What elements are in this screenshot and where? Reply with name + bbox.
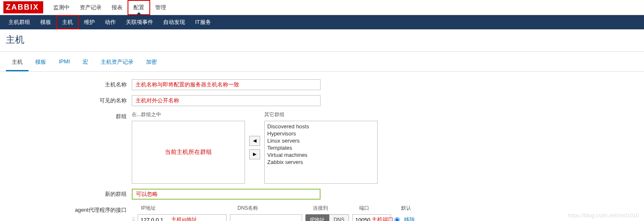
label-visible-name: 可见的名称 bbox=[6, 95, 132, 104]
nav-configuration[interactable]: 配置 bbox=[128, 0, 150, 15]
col-conn: 连接到 bbox=[311, 205, 357, 212]
nav-inventory[interactable]: 资产记录 bbox=[75, 0, 107, 15]
iface-header: IP地址 DNS名称 连接到 端口 默认 bbox=[132, 205, 638, 212]
top-nav: 监测中 资产记录 报表 配置 管理 bbox=[48, 0, 171, 15]
move-right-button[interactable]: ▶ bbox=[249, 149, 260, 159]
sub-nav: 主机群组 模板 主机 维护 动作 关联项事件 自动发现 IT服务 bbox=[0, 15, 644, 29]
nav-administration[interactable]: 管理 bbox=[150, 0, 171, 15]
row-new-group: 新的群组 bbox=[6, 189, 638, 200]
input-new-group[interactable] bbox=[132, 189, 321, 200]
logo: ZABBIX bbox=[3, 1, 43, 13]
list-item[interactable]: Zabbix servers bbox=[266, 159, 375, 166]
col-ip: IP地址 bbox=[139, 205, 236, 212]
tab-encryption[interactable]: 加密 bbox=[140, 56, 163, 71]
input-dns[interactable] bbox=[230, 214, 302, 221]
list-item[interactable]: Virtual machines bbox=[266, 151, 375, 159]
list-item[interactable]: Discovered hosts bbox=[266, 123, 375, 130]
subnav-it-services[interactable]: IT服务 bbox=[190, 15, 216, 29]
label-in-groups: 在...群组之中 bbox=[132, 111, 245, 118]
connect-to-toggle: IP地址 DNS bbox=[305, 214, 349, 221]
input-port[interactable] bbox=[352, 214, 391, 221]
tab-templates[interactable]: 模板 bbox=[29, 56, 52, 71]
list-item[interactable]: Templates bbox=[266, 144, 375, 151]
tabs-bar: 主机 模板 IPMI 宏 主机资产记录 加密 bbox=[0, 51, 644, 72]
move-left-button[interactable]: ◀ bbox=[249, 136, 260, 146]
remove-link[interactable]: 移除 bbox=[404, 216, 415, 221]
in-groups-placeholder: 当前主机所在群组 bbox=[134, 123, 243, 182]
nav-monitoring[interactable]: 监测中 bbox=[48, 0, 75, 15]
input-ip[interactable] bbox=[138, 214, 227, 221]
list-item[interactable]: Linux servers bbox=[266, 137, 375, 144]
listbox-in-groups[interactable]: 当前主机所在群组 bbox=[132, 121, 245, 184]
iface-row: ⠿ 主机ip地址 IP地址 DNS 主机端口 移除 bbox=[132, 214, 638, 221]
tab-macros[interactable]: 宏 bbox=[77, 56, 94, 71]
page-title: 主机 bbox=[6, 34, 638, 46]
nav-reports[interactable]: 报表 bbox=[107, 0, 128, 15]
toggle-dns-button[interactable]: DNS bbox=[329, 214, 349, 221]
tab-ipmi[interactable]: IPMI bbox=[53, 56, 76, 71]
list-item[interactable]: Hypervisors bbox=[266, 130, 375, 137]
row-agent-interface: agent代理程序的接口 IP地址 DNS名称 连接到 端口 默认 ⠿ 主机ip… bbox=[6, 205, 638, 221]
row-host-name: 主机名称 bbox=[6, 79, 638, 90]
tab-inventory[interactable]: 主机资产记录 bbox=[95, 56, 139, 71]
label-new-group: 新的群组 bbox=[6, 189, 132, 198]
row-visible-name: 可见的名称 bbox=[6, 95, 638, 106]
listbox-other-groups[interactable]: Discovered hosts Hypervisors Linux serve… bbox=[264, 121, 378, 184]
input-host-name[interactable] bbox=[132, 79, 321, 90]
col-dns: DNS名称 bbox=[236, 205, 311, 212]
tab-host[interactable]: 主机 bbox=[6, 56, 29, 71]
subnav-correlation[interactable]: 关联项事件 bbox=[121, 15, 158, 29]
subnav-maintenance[interactable]: 维护 bbox=[79, 15, 100, 29]
label-other-groups: 其它群组 bbox=[264, 111, 378, 118]
row-groups: 群组 在...群组之中 当前主机所在群组 ◀ ▶ 其它群组 Discovered… bbox=[6, 111, 638, 184]
subnav-host-groups[interactable]: 主机群组 bbox=[3, 15, 35, 29]
title-bar: 主机 bbox=[0, 29, 644, 51]
form-area: 主机名称 可见的名称 群组 在...群组之中 当前主机所在群组 ◀ ▶ bbox=[0, 72, 644, 221]
col-port: 端口 bbox=[357, 205, 399, 212]
top-bar: ZABBIX 监测中 资产记录 报表 配置 管理 bbox=[0, 0, 644, 15]
subnav-actions[interactable]: 动作 bbox=[100, 15, 121, 29]
subnav-discovery[interactable]: 自动发现 bbox=[158, 15, 190, 29]
drag-handle-icon[interactable]: ⠿ bbox=[132, 218, 138, 221]
col-def: 默认 bbox=[399, 205, 425, 212]
input-visible-name[interactable] bbox=[132, 95, 321, 106]
label-host-name: 主机名称 bbox=[6, 79, 132, 88]
toggle-ip-button[interactable]: IP地址 bbox=[305, 214, 329, 221]
subnav-templates[interactable]: 模板 bbox=[35, 15, 56, 29]
radio-default[interactable] bbox=[394, 217, 400, 221]
subnav-hosts[interactable]: 主机 bbox=[56, 15, 79, 29]
label-groups: 群组 bbox=[6, 111, 132, 120]
label-agent-interface: agent代理程序的接口 bbox=[6, 205, 132, 214]
